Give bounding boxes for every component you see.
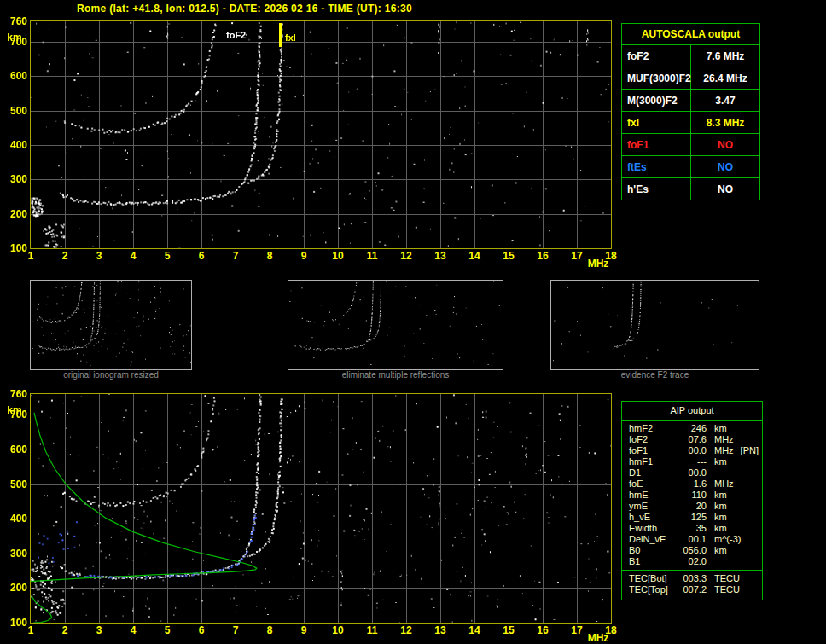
row-value: 3.47 <box>691 90 760 112</box>
aip-panel-header: AIP output <box>622 402 762 421</box>
y-axis-tick-label: 300 <box>2 548 27 560</box>
x-axis-tick-label: 7 <box>225 624 246 636</box>
aip-row-unit: km <box>714 490 727 501</box>
row-label: M(3000)F2 <box>622 90 691 112</box>
aip-row-unit: TECU <box>714 584 740 595</box>
thumbnail-eliminate-multiples <box>288 280 503 370</box>
y-axis-tick-label: 500 <box>2 105 27 117</box>
aip-row: foF100.0MHz[PN] <box>629 445 759 456</box>
aip-row-unit: MHz <box>714 479 734 490</box>
x-axis-tick-label: 9 <box>294 624 314 636</box>
aip-row-value: 003.3 <box>678 573 707 584</box>
aip-row-label: ymE <box>629 501 678 512</box>
aip-row: h_vE125km <box>629 512 759 523</box>
table-row-foF1: foF1 NO <box>622 134 760 156</box>
aip-row-value: 110 <box>678 490 707 501</box>
x-axis-tick-label: 12 <box>396 624 416 636</box>
x-axis-tick-label: 14 <box>464 250 485 262</box>
y-axis-tick-label: 200 <box>2 208 27 220</box>
thumbnail-eliminate-canvas <box>288 281 503 366</box>
thumbnail-caption-evidence: evidence F2 trace <box>550 370 759 380</box>
thumbnail-original-canvas <box>31 281 191 366</box>
x-axis-tick-label: 8 <box>259 624 280 636</box>
autoscala-table-header: AUTOSCALA output <box>622 24 760 45</box>
autoscala-table-header-row: AUTOSCALA output <box>622 24 760 45</box>
table-row-foF2: foF2 7.6 MHz <box>622 45 760 67</box>
aip-row-label: foF2 <box>629 434 678 445</box>
aip-row-unit: MHz <box>714 445 734 456</box>
row-label: MUF(3000)F2 <box>622 67 691 90</box>
x-axis-unit-label: MHz <box>585 258 611 270</box>
aip-row-unit: km <box>714 423 727 434</box>
row-value: 26.4 MHz <box>691 67 760 90</box>
x-axis-tick-label: 15 <box>498 250 519 262</box>
x-axis-tick-label: 14 <box>464 624 485 636</box>
x-axis-tick-label: 6 <box>191 624 212 636</box>
thumbnail-evidence-f2 <box>550 280 759 370</box>
y-axis-tick-label: 600 <box>2 444 27 455</box>
aip-output-panel: AIP output hmF2246kmfoF207.6MHzfoF100.0M… <box>621 401 763 600</box>
x-axis-tick-label: 12 <box>396 250 416 262</box>
aip-row-label: hmF1 <box>629 456 678 467</box>
row-label: foF1 <box>622 134 691 156</box>
aip-row-unit: m^(-3) <box>714 534 741 545</box>
row-label: foF2 <box>622 45 691 67</box>
table-row-hpEs: h'Es NO <box>622 178 760 200</box>
restored-ionogram-plot <box>30 393 612 624</box>
x-axis-tick-label: 16 <box>532 250 553 262</box>
aip-row-label: foF1 <box>629 445 678 456</box>
aip-row-value: 1.6 <box>678 479 707 490</box>
aip-row: Ewidth35km <box>629 523 759 534</box>
aip-row: TEC[Top]007.2TECU <box>629 584 759 595</box>
x-axis-tick-label: 16 <box>532 624 553 636</box>
aip-row-value: 07.6 <box>678 434 707 445</box>
aip-row: hmF2246km <box>629 423 759 434</box>
x-axis-tick-label: 13 <box>430 250 451 262</box>
row-value: 8.3 MHz <box>691 112 760 134</box>
aip-row-label: Ewidth <box>629 523 678 534</box>
aip-row-label: foE <box>629 479 678 490</box>
aip-row-label: TEC[Top] <box>629 584 678 595</box>
y-axis-tick-label: 200 <box>2 582 27 594</box>
aip-row-value: 00.1 <box>678 534 707 545</box>
aip-row: foF207.6MHz <box>629 434 759 445</box>
row-value: NO <box>691 156 760 178</box>
aip-row-label: B1 <box>629 556 678 567</box>
aip-row-unit: km <box>714 523 727 534</box>
aip-row: hmF1---km <box>629 456 759 467</box>
table-row-fxl: fxl 8.3 MHz <box>622 112 760 134</box>
aip-row-label: B0 <box>629 545 678 556</box>
y-axis-tick-label: 760 <box>2 388 27 400</box>
autoscala-window: Rome (lat: +41.8, lon: 012.5) - DATE: 20… <box>0 0 826 644</box>
table-row-MUF3000F2: MUF(3000)F2 26.4 MHz <box>622 67 760 90</box>
table-row-ftEs: ftEs NO <box>622 156 760 178</box>
restored-ionogram-canvas <box>31 394 611 623</box>
thumbnail-caption-original: original ionogram resized <box>30 370 192 380</box>
x-axis-tick-label: 17 <box>567 624 587 636</box>
aip-row-value: 007.2 <box>678 584 707 595</box>
aip-row-unit: km <box>714 512 727 523</box>
x-axis-tick-label: 15 <box>498 624 519 636</box>
row-value: 7.6 MHz <box>691 45 760 67</box>
x-axis-tick-label: 8 <box>259 250 280 262</box>
x-axis-tick-label: 5 <box>157 250 177 262</box>
x-axis-tick-label: 10 <box>328 624 348 636</box>
aip-row-unit: km <box>714 501 727 512</box>
aip-row-label: hmE <box>629 490 678 501</box>
x-axis-tick-label: 4 <box>123 624 143 636</box>
aip-row: B0056.0km <box>629 545 759 556</box>
x-axis-tick-label: 4 <box>123 250 143 262</box>
aip-row: DelN_vE00.1m^(-3) <box>629 534 759 545</box>
aip-separator <box>622 570 762 571</box>
aip-row-value: 125 <box>678 512 707 523</box>
x-axis-tick-label: 5 <box>157 624 177 636</box>
x-axis-tick-label: 17 <box>567 250 587 262</box>
x-axis-tick-label: 13 <box>430 624 451 636</box>
x-axis-tick-label: 9 <box>294 250 314 262</box>
title-text: Rome (lat: +41.8, lon: 012.5) - DATE: 20… <box>77 3 412 15</box>
aip-row-label: hmF2 <box>629 423 678 434</box>
aip-row-unit: km <box>714 545 727 556</box>
row-value: NO <box>691 178 760 200</box>
aip-row: ymE20km <box>629 501 759 512</box>
y-axis-tick-label: 760 <box>2 15 27 27</box>
